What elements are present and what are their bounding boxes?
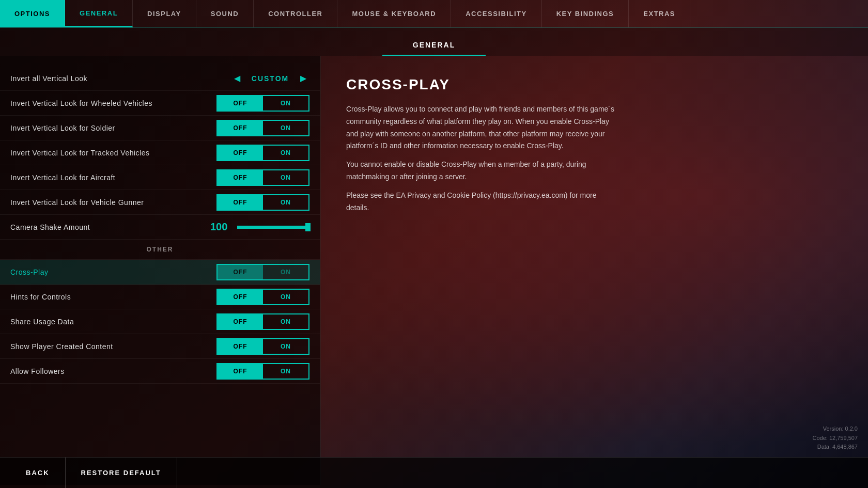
toggle-gunner[interactable]: OFF ON [216,194,309,211]
slider-value: 100 [210,221,231,233]
tracked-label: Invert Vertical Look for Tracked Vehicle… [10,149,150,157]
toggle-crossplay[interactable]: OFF ON [216,264,309,280]
nav-item-sound[interactable]: SOUND [196,0,254,27]
gunner-label: Invert Vertical Look for Vehicle Gunner [10,198,144,207]
left-panel: Invert all Vertical Look ◀ CUSTOM ▶ Inve… [0,56,320,485]
nav-item-controller[interactable]: CONTROLLER [254,0,337,27]
toggle-on-usage[interactable]: ON [263,314,308,329]
detail-text: Cross-Play allows you to connect and pla… [346,103,615,214]
setting-row-usage: Share Usage Data OFF ON [0,309,320,334]
aircraft-label: Invert Vertical Look for Aircraft [10,174,115,182]
detail-paragraph-3: Please see the EA Privacy and Cookie Pol… [346,190,615,214]
nav-item-general[interactable]: GENERAL [65,0,133,27]
arrow-right-btn[interactable]: ▶ [297,72,309,84]
custom-value: CUSTOM [250,74,291,83]
toggle-off-gunner[interactable]: OFF [218,195,263,210]
toggle-on-player-content[interactable]: ON [263,339,308,354]
toggle-wheeled[interactable]: OFF ON [216,95,309,112]
soldier-label: Invert Vertical Look for Soldier [10,124,115,132]
version-line1: Version: 0.2.0 [813,424,858,434]
main-content: Invert all Vertical Look ◀ CUSTOM ▶ Inve… [0,56,868,485]
toggle-tracked[interactable]: OFF ON [216,145,309,161]
restore-default-button[interactable]: RESTORE DEFAULT [66,458,177,488]
nav-item-extras[interactable]: EXTRAS [629,0,690,27]
setting-row-hints: Hints for Controls OFF ON [0,285,320,309]
toggle-on-tracked[interactable]: ON [263,146,308,160]
nav-item-accessibility[interactable]: ACCESSIBILITY [451,0,541,27]
arrow-left-btn[interactable]: ◀ [231,72,243,84]
section-other: OTHER [0,240,320,260]
setting-row-wheeled: Invert Vertical Look for Wheeled Vehicle… [0,91,320,116]
bottom-bar: BACK RESTORE DEFAULT [0,457,868,488]
toggle-on-gunner[interactable]: ON [263,195,308,210]
page-title: GENERAL [382,33,486,56]
slider-track[interactable] [237,226,309,229]
toggle-player-content[interactable]: OFF ON [216,338,309,355]
hints-label: Hints for Controls [10,293,71,301]
toggle-off-crossplay[interactable]: OFF [218,265,263,279]
toggle-off-soldier[interactable]: OFF [218,121,263,135]
toggle-hints[interactable]: OFF ON [216,289,309,305]
detail-paragraph-2: You cannot enable or disable Cross-Play … [346,159,615,183]
crossplay-label: Cross-Play [10,268,48,276]
top-nav: OPTIONS GENERAL DISPLAY SOUND CONTROLLER… [0,0,868,28]
toggle-aircraft[interactable]: OFF ON [216,169,309,186]
toggle-off-tracked[interactable]: OFF [218,146,263,160]
slider-thumb[interactable] [305,223,311,231]
setting-row-tracked: Invert Vertical Look for Tracked Vehicle… [0,140,320,165]
toggle-off-hints[interactable]: OFF [218,290,263,304]
toggle-on-soldier[interactable]: ON [263,121,308,135]
nav-item-options[interactable]: OPTIONS [0,0,65,27]
toggle-soldier[interactable]: OFF ON [216,120,309,136]
toggle-followers[interactable]: OFF ON [216,363,309,380]
custom-selector: ◀ CUSTOM ▶ [231,72,309,84]
toggle-usage[interactable]: OFF ON [216,313,309,330]
toggle-on-followers[interactable]: ON [263,364,308,379]
nav-item-key-bindings[interactable]: KEY BINDINGS [542,0,629,27]
setting-row-gunner: Invert Vertical Look for Vehicle Gunner … [0,190,320,215]
slider-container: 100 [210,221,309,233]
back-button[interactable]: BACK [10,458,66,488]
usage-label: Share Usage Data [10,318,74,326]
toggle-off-player-content[interactable]: OFF [218,339,263,354]
toggle-on-crossplay[interactable]: ON [263,265,308,279]
setting-row-aircraft: Invert Vertical Look for Aircraft OFF ON [0,165,320,190]
setting-row-player-content: Show Player Created Content OFF ON [0,334,320,359]
setting-row-invert-all: Invert all Vertical Look ◀ CUSTOM ▶ [0,66,320,91]
player-content-label: Show Player Created Content [10,342,113,351]
right-panel: CROSS-PLAY Cross-Play allows you to conn… [320,56,868,485]
detail-paragraph-1: Cross-Play allows you to connect and pla… [346,103,615,152]
setting-row-crossplay[interactable]: Cross-Play OFF ON [0,260,320,285]
toggle-off-wheeled[interactable]: OFF [218,96,263,111]
toggle-off-followers[interactable]: OFF [218,364,263,379]
setting-row-soldier: Invert Vertical Look for Soldier OFF ON [0,116,320,140]
nav-item-display[interactable]: DISPLAY [133,0,196,27]
version-line2: Code: 12,759,507 [813,434,858,443]
toggle-off-usage[interactable]: OFF [218,314,263,329]
version-line3: Data: 4,648,867 [813,443,858,452]
invert-all-label: Invert all Vertical Look [10,74,87,83]
wheeled-label: Invert Vertical Look for Wheeled Vehicle… [10,99,152,107]
camera-shake-label: Camera Shake Amount [10,223,90,231]
toggle-on-wheeled[interactable]: ON [263,96,308,111]
nav-item-mouse-keyboard[interactable]: MOUSE & KEYBOARD [337,0,451,27]
toggle-off-aircraft[interactable]: OFF [218,170,263,185]
version-info: Version: 0.2.0 Code: 12,759,507 Data: 4,… [813,424,858,452]
detail-title: CROSS-PLAY [346,76,842,93]
slider-fill [237,226,309,229]
setting-row-camera-shake: Camera Shake Amount 100 [0,215,320,240]
toggle-on-aircraft[interactable]: ON [263,170,308,185]
followers-label: Allow Followers [10,367,65,375]
toggle-on-hints[interactable]: ON [263,290,308,304]
setting-row-followers: Allow Followers OFF ON [0,359,320,384]
